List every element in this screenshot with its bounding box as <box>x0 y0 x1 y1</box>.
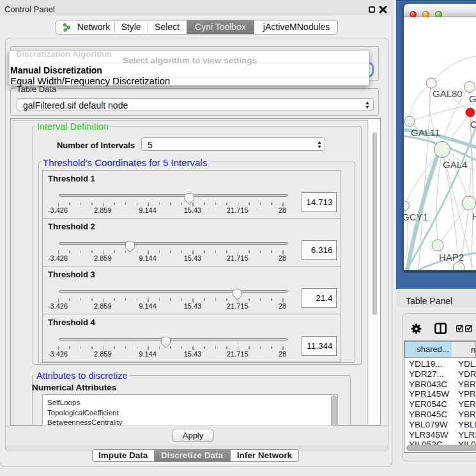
svg-text:GCY1: GCY1 <box>404 211 428 222</box>
svg-text:GA: GA <box>469 93 476 104</box>
svg-text:C: C <box>470 119 476 130</box>
svg-text:GAL80: GAL80 <box>433 88 463 99</box>
svg-text:HAP2: HAP2 <box>439 252 464 263</box>
svg-text:GAL11: GAL11 <box>411 127 440 138</box>
svg-text:GAL4: GAL4 <box>443 159 467 170</box>
svg-text:H: H <box>472 211 476 222</box>
